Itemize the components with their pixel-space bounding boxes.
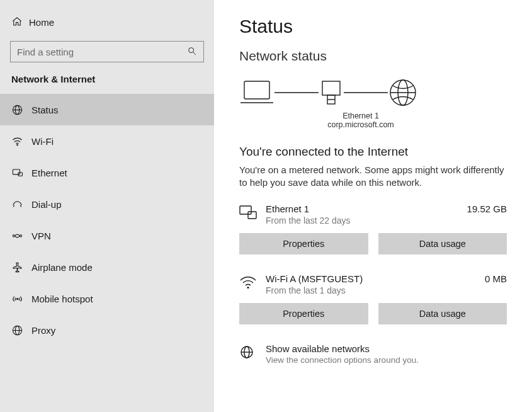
connected-text: You're on a metered network. Some apps m…: [239, 164, 507, 190]
diagram-caption: Ethernet 1 corp.microsoft.com: [320, 112, 402, 129]
sidebar-item-label: Status: [31, 105, 59, 115]
network-block-wifi: Wi-Fi A (MSFTGUEST) From the last 1 days…: [239, 273, 507, 324]
properties-button[interactable]: Properties: [239, 303, 368, 324]
home-icon: [11, 16, 29, 29]
hotspot-icon: [11, 293, 31, 305]
page-subtitle: Network status: [239, 49, 507, 64]
show-net-sub: View the connection options around you.: [266, 355, 419, 365]
sidebar-item-label: Proxy: [31, 325, 55, 336]
svg-line-1: [193, 52, 196, 55]
data-usage-button[interactable]: Data usage: [378, 303, 507, 324]
sidebar-item-status[interactable]: Status: [0, 94, 214, 125]
sidebar-item-airplane[interactable]: Airplane mode: [0, 251, 214, 283]
svg-point-0: [189, 47, 194, 52]
svg-point-12: [16, 298, 18, 299]
svg-point-10: [13, 234, 14, 236]
line-icon: [274, 91, 319, 94]
network-name: Wi-Fi A (MSFTGUEST): [266, 273, 478, 284]
search-placeholder: Find a setting: [17, 47, 187, 57]
globe-icon: [239, 343, 266, 362]
sidebar-item-vpn[interactable]: VPN: [0, 220, 214, 251]
wifi-icon: [239, 273, 266, 292]
svg-line-8: [13, 205, 14, 207]
line-icon: [344, 91, 388, 94]
svg-rect-26: [240, 206, 251, 214]
network-usage: 0 MB: [478, 273, 507, 284]
data-usage-button[interactable]: Data usage: [378, 233, 507, 255]
vpn-icon: [11, 230, 31, 242]
network-diagram: [239, 77, 507, 108]
router-icon: [319, 79, 344, 106]
network-name: Ethernet 1: [266, 203, 461, 214]
dialup-icon: [11, 198, 31, 210]
search-icon: [187, 46, 197, 58]
svg-point-11: [20, 234, 21, 236]
sidebar-item-label: Mobile hotspot: [31, 294, 93, 304]
globe-icon: [11, 104, 31, 116]
connected-title: You're connected to the Internet: [239, 145, 507, 159]
wifi-icon: [11, 135, 31, 147]
sidebar-item-ethernet[interactable]: Ethernet: [0, 157, 214, 188]
sidebar-item-proxy[interactable]: Proxy: [0, 314, 214, 346]
diagram-adapter: Ethernet 1: [320, 112, 402, 120]
page-title: Status: [239, 16, 507, 37]
proxy-icon: [11, 324, 31, 336]
home-label: Home: [29, 17, 54, 28]
sidebar-item-hotspot[interactable]: Mobile hotspot: [0, 283, 214, 314]
home-link[interactable]: Home: [0, 9, 214, 35]
ethernet-icon: [11, 167, 31, 179]
properties-button[interactable]: Properties: [239, 233, 368, 255]
show-net-title: Show available networks: [266, 343, 419, 354]
network-usage: 19.52 GB: [461, 203, 507, 214]
globe-icon: [388, 77, 418, 108]
settings-sidebar: Home Find a setting Network & Internet S…: [0, 0, 214, 412]
network-block-ethernet: Ethernet 1 From the last 22 days 19.52 G…: [239, 203, 507, 255]
sidebar-item-label: Ethernet: [31, 168, 67, 178]
show-available-networks[interactable]: Show available networks View the connect…: [239, 343, 507, 365]
svg-point-5: [17, 144, 18, 146]
ethernet-icon: [239, 203, 266, 222]
section-label: Network & Internet: [0, 74, 214, 94]
laptop-icon: [239, 79, 274, 106]
network-sub: From the last 22 days: [266, 215, 461, 226]
svg-rect-6: [13, 169, 20, 174]
svg-point-28: [247, 286, 249, 288]
network-sub: From the last 1 days: [266, 285, 478, 295]
sidebar-item-label: Dial-up: [31, 199, 62, 210]
search-input[interactable]: Find a setting: [10, 41, 204, 62]
sidebar-item-label: Wi-Fi: [31, 136, 54, 147]
svg-rect-27: [248, 212, 256, 219]
airplane-icon: [11, 261, 31, 273]
main-panel: Status Network status Ethernet 1 corp.mi…: [214, 0, 532, 412]
sidebar-item-label: VPN: [31, 231, 51, 241]
sidebar-item-wifi[interactable]: Wi-Fi: [0, 125, 214, 157]
svg-rect-19: [322, 81, 340, 95]
diagram-domain: corp.microsoft.com: [320, 120, 402, 129]
svg-rect-16: [244, 81, 269, 99]
sidebar-item-dialup[interactable]: Dial-up: [0, 188, 214, 220]
svg-line-9: [20, 205, 21, 207]
sidebar-item-label: Airplane mode: [31, 262, 93, 273]
